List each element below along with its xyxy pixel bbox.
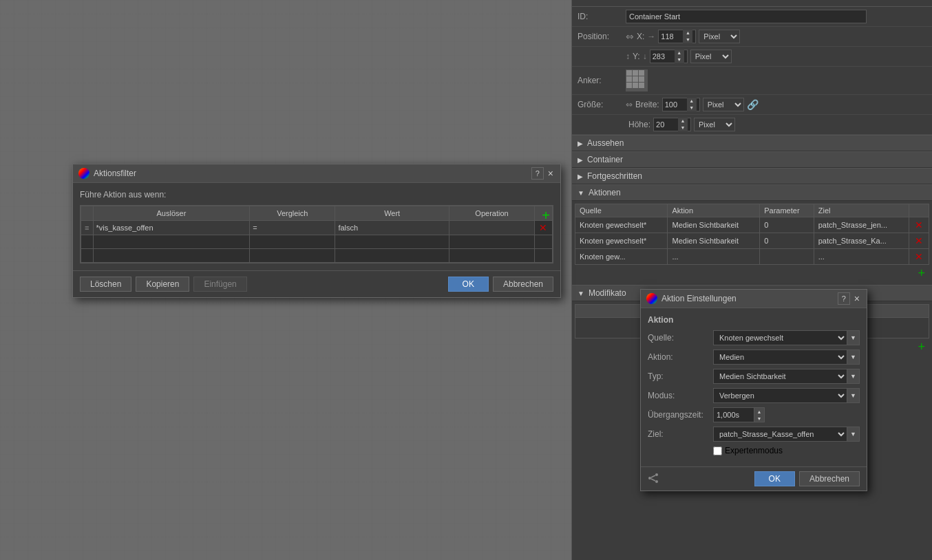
section-fortgeschritten[interactable]: ▶ Fortgeschritten [572, 168, 932, 184]
anchor-tl[interactable] [626, 70, 632, 76]
breite-input[interactable] [663, 100, 687, 109]
expertenmodus-checkbox[interactable] [713, 446, 722, 455]
filter-ausloeser-input[interactable] [96, 224, 247, 232]
aktion-einstellungen-body: Aktion Quelle: Knoten gewechselt ▼ Aktio… [641, 308, 867, 466]
id-input[interactable] [626, 10, 867, 23]
x-spinner-down[interactable]: ▼ [683, 36, 692, 43]
y-input[interactable] [650, 52, 675, 61]
quelle-dropdown[interactable]: Knoten gewechselt [713, 330, 847, 345]
col-quelle: Quelle [575, 204, 668, 217]
typ-dropdown[interactable]: Medien Sichtbarkeit [713, 369, 847, 384]
aktionen-add-button[interactable]: + [916, 266, 926, 281]
position-row: Position: ⇔ X: → ▲ ▼ Pixel [572, 27, 932, 47]
transition-spinner-up[interactable]: ▲ [754, 408, 764, 415]
anchor-bc[interactable] [633, 83, 638, 88]
x-spinner-up[interactable]: ▲ [683, 30, 692, 36]
aktion-dropdown[interactable]: Medien [713, 349, 847, 365]
section-container[interactable]: ▶ Container [572, 151, 932, 168]
y-spinner-up[interactable]: ▲ [675, 50, 684, 56]
filter-empty-ausloeser [93, 235, 250, 249]
filter-ausloeser-cell[interactable] [93, 221, 250, 235]
row3-delete-button[interactable]: ✕ [913, 251, 924, 262]
table-row[interactable]: Knoten gewechselt* Medien Sichtbarkeit 0… [575, 217, 929, 233]
filter-wert-input[interactable] [338, 224, 446, 232]
x-unit-select[interactable]: Pixel [699, 30, 740, 43]
aktion-einstellungen-help-button[interactable]: ? [838, 292, 850, 305]
share-icon-button[interactable] [648, 473, 659, 486]
aktionsfilter-ok-button[interactable]: OK [448, 277, 489, 292]
anker-label: Anker: [578, 76, 626, 85]
section-aktionen[interactable]: ▼ Aktionen [572, 184, 932, 201]
aktionsfilter-help-button[interactable]: ? [531, 167, 544, 180]
modus-dropdown[interactable]: Verbergen [713, 388, 847, 403]
hoehe-input[interactable] [654, 120, 678, 129]
anchor-tr[interactable] [639, 70, 644, 76]
aktionsfilter-abbrechen-button[interactable]: Abbrechen [493, 277, 553, 292]
ziel-dropdown-arrow-icon[interactable]: ▼ [847, 427, 860, 442]
section-aussehen[interactable]: ▶ Aussehen [572, 135, 932, 151]
anchor-grid[interactable] [626, 69, 648, 91]
uebergangszeit-label: Übergangszeit: [648, 410, 713, 420]
table-row[interactable]: Knoten gew... ... ... ✕ [575, 249, 929, 265]
y-unit-select[interactable]: Pixel [690, 50, 732, 63]
filter-vergleich-cell[interactable] [250, 221, 335, 235]
y-label: Y: [633, 52, 640, 61]
filter-empty-drag [81, 235, 94, 249]
breite-unit-select[interactable]: Pixel [703, 98, 744, 111]
filter-empty2-del [535, 249, 553, 263]
aktionsfilter-close-button[interactable]: × [547, 168, 555, 179]
aktion-einstellungen-close-button[interactable]: × [853, 293, 861, 304]
anchor-br[interactable] [639, 83, 644, 88]
aktionen-table: Quelle Aktion Parameter Ziel Knoten gewe… [575, 204, 929, 265]
einfuegen-button[interactable]: Einfügen [193, 277, 246, 292]
row2-delete-button[interactable]: ✕ [913, 235, 924, 246]
filter-operation-cell[interactable] [449, 221, 534, 235]
filter-vergleich-input[interactable] [253, 224, 332, 232]
filter-col-vergleich: Vergleich [250, 206, 335, 221]
x-input[interactable] [659, 32, 683, 41]
y-input-spinner: ▲ ▼ [650, 50, 688, 63]
breite-spinner-down[interactable]: ▼ [687, 105, 697, 111]
col-del [909, 204, 929, 217]
quelle-dropdown-arrow-icon[interactable]: ▼ [847, 330, 860, 345]
filter-row1-delete-button[interactable]: ✕ [538, 222, 549, 233]
breite-spinner-up[interactable]: ▲ [687, 98, 697, 105]
modus-dropdown-arrow-icon[interactable]: ▼ [847, 388, 860, 403]
hoehe-spinner-down[interactable]: ▼ [678, 125, 688, 131]
quelle-input-row: Knoten gewechselt ▼ [713, 330, 860, 345]
aktion-ok-button[interactable]: OK [754, 471, 795, 486]
aktionsfilter-subtitle: Führe Aktion aus wenn: [80, 190, 553, 200]
filter-wert-cell[interactable] [335, 221, 449, 235]
uebergangszeit-input[interactable] [713, 407, 754, 422]
table-row[interactable]: Knoten gewechselt* Medien Sichtbarkeit 0… [575, 233, 929, 249]
breite-input-spinner: ▲ ▼ [662, 98, 700, 111]
transition-spinner: ▲ ▼ [754, 407, 765, 422]
col-parameter: Parameter [760, 204, 814, 217]
y-spinner-down[interactable]: ▼ [675, 56, 684, 63]
ziel-dropdown[interactable]: patch_Strasse_Kasse_offen [713, 427, 847, 442]
typ-dropdown-arrow-icon[interactable]: ▼ [847, 369, 860, 384]
fortgeschritten-label: Fortgeschritten [587, 171, 642, 181]
anchor-mc[interactable] [633, 76, 638, 82]
hoehe-unit-select[interactable]: Pixel [694, 118, 735, 131]
filter-operation-input[interactable] [452, 224, 531, 232]
anchor-bl[interactable] [626, 83, 632, 88]
loeschen-button[interactable]: Löschen [80, 277, 131, 292]
modif-add-button[interactable]: + [916, 340, 926, 354]
svg-line-3 [651, 475, 655, 477]
row1-aktion: Medien Sichtbarkeit [668, 217, 760, 233]
modifikator-arrow-icon: ▼ [578, 290, 584, 297]
transition-spinner-down[interactable]: ▼ [754, 415, 764, 422]
hoehe-spinner-up[interactable]: ▲ [678, 118, 688, 125]
anchor-mr[interactable] [639, 76, 644, 82]
kopieren-button[interactable]: Kopieren [136, 277, 189, 292]
row3-parameter [760, 249, 814, 265]
aktion-abbrechen-button[interactable]: Abbrechen [799, 471, 860, 486]
anchor-ml[interactable] [626, 76, 632, 82]
row1-ziel: patch_Strasse_jen... [814, 217, 909, 233]
aktion-input-row: Medien ▼ [713, 349, 860, 365]
aktion-dropdown-arrow-icon[interactable]: ▼ [847, 349, 860, 365]
filter-add-row-button[interactable]: + [542, 208, 550, 222]
row1-delete-button[interactable]: ✕ [913, 219, 924, 230]
anchor-tc[interactable] [633, 70, 638, 76]
